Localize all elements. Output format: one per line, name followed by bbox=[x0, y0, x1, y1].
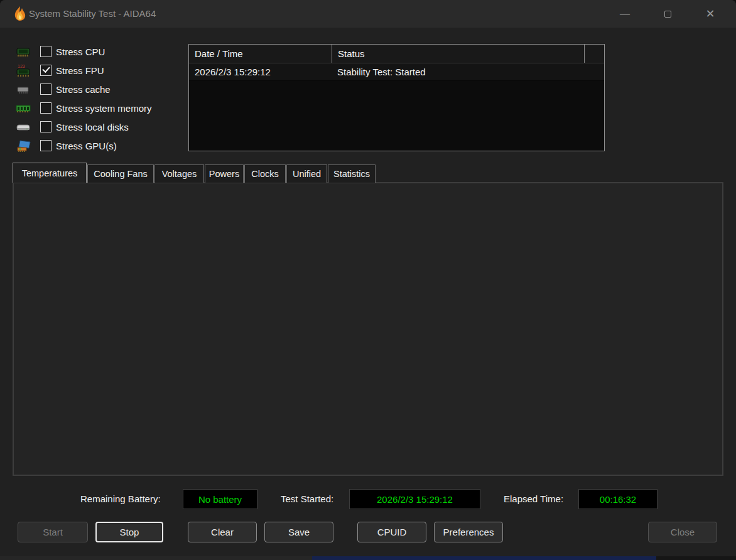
log-column-spacer bbox=[584, 45, 604, 63]
stress-fpu-option[interactable]: 123 Stress FPU bbox=[15, 61, 104, 80]
cpuid-button[interactable]: CPUID bbox=[357, 522, 426, 542]
stress-disks-label: Stress local disks bbox=[56, 122, 129, 132]
test-started-label: Test Started: bbox=[281, 493, 333, 504]
log-row-status: Stability Test: Started bbox=[332, 63, 584, 80]
close-window-button[interactable]: ✕ bbox=[696, 0, 725, 28]
remaining-battery-label: Remaining Battery: bbox=[80, 493, 161, 504]
log-column-date-time[interactable]: Date / Time bbox=[189, 45, 332, 63]
stress-gpu-checkbox[interactable] bbox=[40, 140, 51, 151]
tab-powers-label: Powers bbox=[209, 169, 239, 179]
elapsed-time-label: Elapsed Time: bbox=[504, 493, 563, 504]
stress-disks-option[interactable]: Stress local disks bbox=[15, 117, 129, 136]
elapsed-time-text: 00:16:32 bbox=[600, 494, 636, 505]
close-button[interactable]: Close bbox=[648, 522, 717, 542]
bottom-edge-strip bbox=[0, 556, 736, 560]
test-started-value: 2026/2/3 15:29:12 bbox=[349, 489, 480, 509]
save-button[interactable]: Save bbox=[264, 522, 333, 542]
close-icon: ✕ bbox=[705, 7, 715, 21]
tab-statistics-label: Statistics bbox=[333, 169, 370, 179]
fpu-icon: 123 bbox=[15, 63, 31, 77]
remaining-battery-text: No battery bbox=[198, 494, 242, 505]
titlebar: System Stability Test - AIDA64 — ✕ bbox=[0, 0, 736, 28]
close-button-label: Close bbox=[671, 527, 695, 537]
charts-container bbox=[13, 182, 723, 476]
clear-button-label: Clear bbox=[211, 527, 234, 537]
tab-powers[interactable]: Powers bbox=[205, 164, 244, 183]
stress-gpu-option[interactable]: Stress GPU(s) bbox=[15, 136, 117, 155]
tab-unified[interactable]: Unified bbox=[286, 164, 327, 183]
stress-memory-option[interactable]: Stress system memory bbox=[15, 99, 152, 117]
preferences-button-label: Preferences bbox=[443, 527, 494, 537]
taskbar-sliver bbox=[312, 556, 656, 560]
minimize-icon: — bbox=[620, 8, 630, 19]
log-row[interactable]: 2026/2/3 15:29:12 Stability Test: Starte… bbox=[189, 63, 604, 81]
bottom-dark-sliver bbox=[656, 556, 736, 560]
stress-cache-label: Stress cache bbox=[56, 84, 111, 95]
minimize-button[interactable]: — bbox=[610, 0, 639, 28]
tab-voltages-label: Voltages bbox=[162, 169, 197, 179]
start-button-label: Start bbox=[43, 527, 63, 537]
save-button-label: Save bbox=[288, 527, 310, 537]
gpu-icon bbox=[15, 139, 31, 153]
tab-statistics[interactable]: Statistics bbox=[328, 164, 376, 183]
cpuid-button-label: CPUID bbox=[377, 527, 407, 537]
log-row-date-time: 2026/2/3 15:29:12 bbox=[189, 63, 332, 80]
stress-cache-checkbox[interactable] bbox=[40, 83, 51, 95]
log-column-status[interactable]: Status bbox=[332, 45, 584, 63]
stress-disks-checkbox[interactable] bbox=[40, 121, 51, 132]
start-button[interactable]: Start bbox=[18, 522, 88, 542]
cache-icon bbox=[15, 82, 31, 96]
stress-fpu-label: Stress FPU bbox=[56, 65, 104, 76]
tab-clocks-label: Clocks bbox=[251, 169, 279, 179]
tab-cooling-fans-label: Cooling Fans bbox=[94, 169, 147, 179]
clear-button[interactable]: Clear bbox=[188, 522, 257, 542]
event-log-table[interactable]: Date / Time Status 2026/2/3 15:29:12 Sta… bbox=[188, 44, 605, 151]
stress-gpu-label: Stress GPU(s) bbox=[56, 141, 117, 151]
window-title: System Stability Test - AIDA64 bbox=[29, 0, 156, 28]
remaining-battery-value: No battery bbox=[183, 489, 257, 509]
test-started-text: 2026/2/3 15:29:12 bbox=[377, 494, 453, 505]
tab-temperatures-label: Temperatures bbox=[22, 168, 78, 178]
memory-icon bbox=[15, 101, 31, 115]
tab-clocks[interactable]: Clocks bbox=[244, 164, 286, 183]
stress-cache-option[interactable]: Stress cache bbox=[15, 80, 111, 99]
stop-button[interactable]: Stop bbox=[95, 522, 163, 542]
system-stability-test-window: System Stability Test - AIDA64 — ✕ Stres… bbox=[0, 0, 736, 560]
stress-memory-label: Stress system memory bbox=[56, 103, 152, 114]
log-header-row: Date / Time Status bbox=[189, 45, 604, 63]
tab-unified-label: Unified bbox=[293, 169, 321, 179]
stop-button-label: Stop bbox=[120, 527, 139, 537]
stress-cpu-label: Stress CPU bbox=[56, 46, 105, 57]
svg-text:123: 123 bbox=[18, 64, 25, 68]
maximize-button[interactable] bbox=[653, 0, 682, 28]
preferences-button[interactable]: Preferences bbox=[434, 522, 503, 542]
elapsed-time-value: 00:16:32 bbox=[578, 489, 658, 509]
stress-memory-checkbox[interactable] bbox=[40, 102, 51, 114]
stress-cpu-checkbox[interactable] bbox=[40, 46, 51, 57]
flame-icon bbox=[11, 6, 28, 22]
cpu-icon bbox=[15, 45, 31, 58]
disk-icon bbox=[15, 120, 31, 134]
tab-cooling-fans[interactable]: Cooling Fans bbox=[87, 164, 154, 183]
stress-fpu-checkbox[interactable] bbox=[40, 65, 51, 76]
tab-temperatures[interactable]: Temperatures bbox=[13, 163, 87, 183]
stress-cpu-option[interactable]: Stress CPU bbox=[15, 42, 105, 61]
maximize-icon bbox=[664, 11, 671, 18]
tab-voltages[interactable]: Voltages bbox=[154, 164, 204, 183]
